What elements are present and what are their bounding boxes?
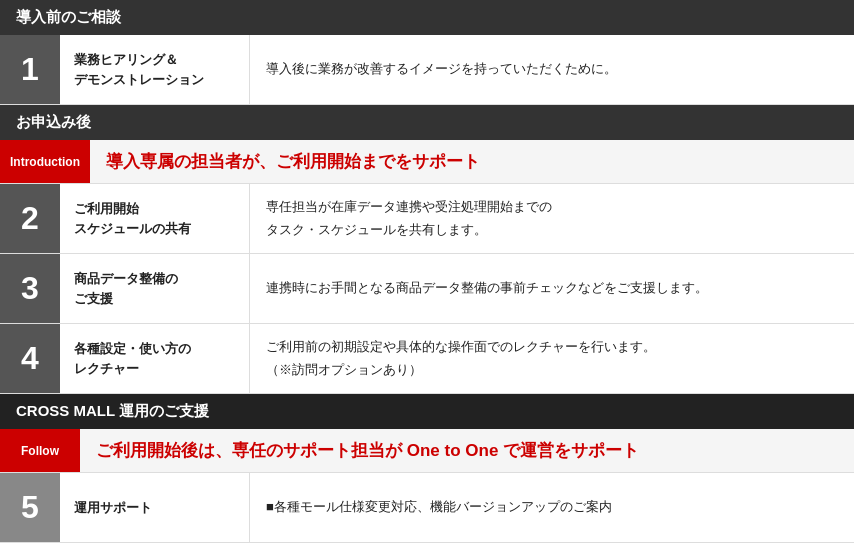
section1-header: 導入前のご相談 xyxy=(0,0,854,35)
title-1: 業務ヒアリング＆ デモンストレーション xyxy=(60,35,250,104)
desc-5: ■各種モール仕様変更対応、機能バージョンアップのご案内 xyxy=(250,473,854,542)
desc-2: 専任担当が在庫データ連携や受注処理開始までの タスク・スケジュールを共有します。 xyxy=(250,184,854,253)
row-4: 4 各種設定・使い方の レクチャー ご利用前の初期設定や具体的な操作面でのレクチ… xyxy=(0,324,854,394)
section3-header: CROSS MALL 運用のご支援 xyxy=(0,394,854,429)
number-4: 4 xyxy=(0,324,60,393)
section2-header: お申込み後 xyxy=(0,105,854,140)
title-2: ご利用開始 スケジュールの共有 xyxy=(60,184,250,253)
title-3: 商品データ整備の ご支援 xyxy=(60,254,250,323)
number-2: 2 xyxy=(0,184,60,253)
desc-1: 導入後に業務が改善するイメージを持っていただくために。 xyxy=(250,35,854,104)
introduction-row: Introduction 導入専属の担当者が、ご利用開始までをサポート xyxy=(0,140,854,184)
follow-text: ご利用開始後は、専任のサポート担当が One to One で運営をサポート xyxy=(80,429,655,472)
title-4: 各種設定・使い方の レクチャー xyxy=(60,324,250,393)
row-5: 5 運用サポート ■各種モール仕様変更対応、機能バージョンアップのご案内 xyxy=(0,473,854,543)
introduction-badge: Introduction xyxy=(0,140,90,183)
row-1: 1 業務ヒアリング＆ デモンストレーション 導入後に業務が改善するイメージを持っ… xyxy=(0,35,854,105)
row-3: 3 商品データ整備の ご支援 連携時にお手間となる商品データ整備の事前チェックな… xyxy=(0,254,854,324)
row-2: 2 ご利用開始 スケジュールの共有 専任担当が在庫データ連携や受注処理開始までの… xyxy=(0,184,854,254)
number-3: 3 xyxy=(0,254,60,323)
follow-badge: Follow xyxy=(0,429,80,472)
desc-4: ご利用前の初期設定や具体的な操作面でのレクチャーを行います。 （※訪問オプション… xyxy=(250,324,854,393)
introduction-text: 導入専属の担当者が、ご利用開始までをサポート xyxy=(90,140,496,183)
title-5: 運用サポート xyxy=(60,473,250,542)
desc-3: 連携時にお手間となる商品データ整備の事前チェックなどをご支援します。 xyxy=(250,254,854,323)
number-1: 1 xyxy=(0,35,60,104)
follow-row: Follow ご利用開始後は、専任のサポート担当が One to One で運営… xyxy=(0,429,854,473)
number-5: 5 xyxy=(0,473,60,542)
